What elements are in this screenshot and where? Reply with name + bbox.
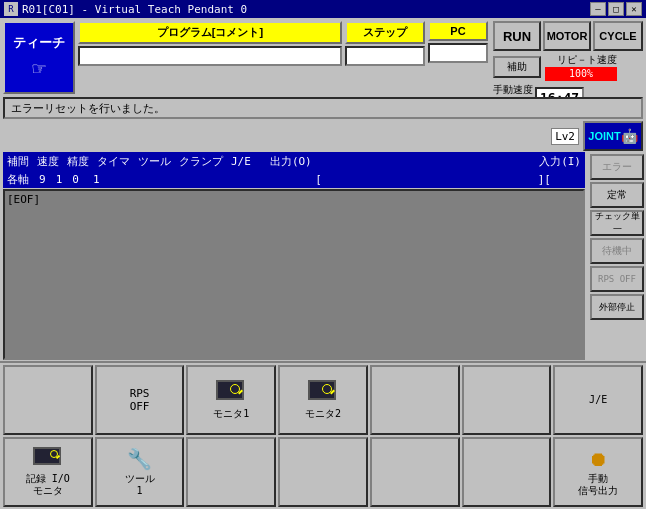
monitor1-label: モニタ1 [213,408,249,420]
cell-bracket1: [ [311,173,326,186]
hojo-button[interactable]: 補助 [493,56,541,78]
monitor2-icon [308,380,338,406]
status-bar: エラーリセットを行いました。 [3,97,643,119]
content-row: 補間 速度 精度 タイマ ツール クランプ J/E 出力(O) 入力(I) 各軸… [0,152,646,361]
cell-prec-val: 1 [50,173,67,186]
check-button[interactable]: チェック単一 [590,210,644,236]
cell-tool-val: 1 [83,173,104,186]
col-out-label[interactable]: 出力(O) [255,154,535,169]
col-je[interactable]: J/E [227,155,255,168]
lv-label: Lv2 [551,128,579,145]
step-group: ステップ [345,21,425,94]
rps-off-button[interactable]: RPS OFF [590,266,644,292]
speed-label: リピ－ト速度 [545,53,617,67]
pc-button[interactable]: PC [428,21,488,41]
col-speed[interactable]: 速度 [33,154,63,169]
normal-button[interactable]: 定常 [590,182,644,208]
table-area: 補間 速度 精度 タイマ ツール クランプ J/E 出力(O) 入力(I) 各軸… [3,152,585,188]
right-panel: エラー 定常 チェック単一 待機中 RPS OFF 外部停止 [588,152,646,361]
bottom-empty-2 [370,365,460,435]
bottom-empty-7 [462,437,552,507]
run-motor-cycle: RUN MOTOR CYCLE [493,21,643,51]
run-button[interactable]: RUN [493,21,541,51]
table-header: 補間 速度 精度 タイマ ツール クランプ J/E 出力(O) 入力(I) [3,152,585,170]
bottom-empty-5 [278,437,368,507]
bottom-empty-3 [462,365,552,435]
joint-button[interactable]: JOINT 🤖 [583,121,643,151]
col-clamp[interactable]: クランプ [175,154,227,169]
signal-icon: ⏺ [588,447,608,471]
rps-label: RPS [130,387,150,400]
col-precision[interactable]: 精度 [63,154,93,169]
bottom-empty-4 [186,437,276,507]
eof-line: [EOF] [7,193,581,206]
error-button[interactable]: エラー [590,154,644,180]
bottom-toolbar: RPS OFF モニタ1 モニタ2 J/E [0,361,646,509]
col-hokan[interactable]: 補間 [3,154,33,169]
cell-timer-val: 0 [66,173,83,186]
cell-bracket2: ][ [534,173,555,186]
monitor2-button[interactable]: モニタ2 [278,365,368,435]
toolbar: ティーチ ☞ プログラム[コメント] ステップ PC RUN MOTOR CYC… [0,18,646,96]
tool1-label: ツール1 [125,473,155,497]
joint-label: JOINT [588,130,620,142]
program-group: プログラム[コメント] [78,21,342,94]
monitor1-button[interactable]: モニタ1 [186,365,276,435]
col-timer[interactable]: タイマ [93,154,134,169]
main-container: ティーチ ☞ プログラム[コメント] ステップ PC RUN MOTOR CYC… [0,18,646,509]
je-button[interactable]: J/E [553,365,643,435]
monitor2-label: モニタ2 [305,408,341,420]
stop-button[interactable]: 外部停止 [590,294,644,320]
cycle-button[interactable]: CYCLE [593,21,643,51]
record-io-icon [33,447,63,471]
step-button[interactable]: ステップ [345,21,425,44]
pc-input[interactable] [428,43,488,63]
manual-signal-button[interactable]: ⏺ 手動信号出力 [553,437,643,507]
hand-icon: ☞ [32,56,45,81]
step-input[interactable] [345,46,425,66]
teach-label: ティーチ [13,34,65,52]
motor-button[interactable]: MOTOR [543,21,591,51]
left-panel: 補間 速度 精度 タイマ ツール クランプ J/E 出力(O) 入力(I) 各軸… [0,152,588,361]
off-label: OFF [130,400,150,413]
cell-speed-val: 9 [33,173,50,186]
record-io-monitor-button[interactable]: 記録 I/Oモニタ [3,437,93,507]
status-message: エラーリセットを行いました。 [11,101,165,116]
title-bar: R R01[C01] - Virtual Teach Pendant 0 — □… [0,0,646,18]
maximize-button[interactable]: □ [608,2,624,16]
col-tool[interactable]: ツール [134,154,175,169]
app-icon: R [4,2,18,16]
robot-icon: 🤖 [621,128,638,144]
tool1-button[interactable]: 🔧 ツール1 [95,437,185,507]
minimize-button[interactable]: — [590,2,606,16]
right-controls: RUN MOTOR CYCLE 補助 リピ－ト速度 100% 手動速度 2 H [493,21,643,94]
manual-signal-label: 手動信号出力 [578,473,618,497]
window-controls: — □ ✕ [590,2,642,16]
manual-speed-label: 手動速度 [493,84,533,95]
je-label: J/E [589,394,607,406]
col-in-label[interactable]: 入力(I) [535,154,585,169]
record-io-label: 記録 I/Oモニタ [26,473,70,497]
cell-axis: 各軸 [3,172,33,187]
tool-icon: 🔧 [127,447,152,471]
pc-group: PC [428,21,488,94]
close-button[interactable]: ✕ [626,2,642,16]
monitor1-icon [216,380,246,406]
joint-area: Lv2 JOINT 🤖 [3,121,643,151]
bottom-empty-6 [370,437,460,507]
speed-bar: 100% [545,67,617,81]
bottom-empty-1 [3,365,93,435]
teach-button[interactable]: ティーチ ☞ [3,21,75,94]
rps-off-btn[interactable]: RPS OFF [95,365,185,435]
program-input[interactable] [78,46,342,66]
speed-section: リピ－ト速度 100% [545,53,617,81]
table-data-row: 各軸 9 1 0 1 [ ][ [3,170,585,188]
program-button[interactable]: プログラム[コメント] [78,21,342,44]
editor-area[interactable]: [EOF] [3,189,585,360]
waiting-button[interactable]: 待機中 [590,238,644,264]
window-title: R01[C01] - Virtual Teach Pendant 0 [22,3,247,16]
